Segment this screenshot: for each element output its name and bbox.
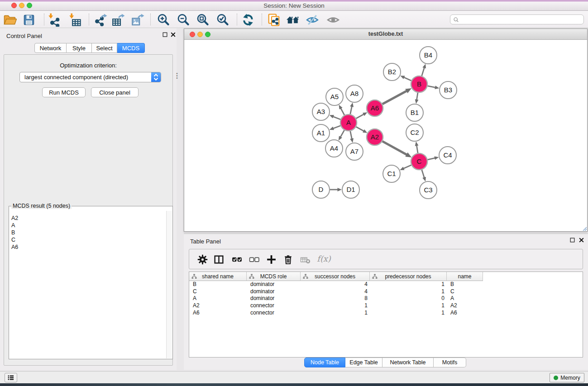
table-row[interactable]: Cdominator41C — [189, 288, 583, 295]
cell-shared-name[interactable]: B — [189, 281, 247, 288]
cell-name[interactable]: C — [447, 288, 483, 295]
cell-predecessor-nodes[interactable]: 1 — [370, 281, 447, 288]
graph-edge-B-B1[interactable] — [416, 93, 418, 100]
close-table-panel-icon[interactable] — [578, 237, 584, 243]
cell-successor-nodes[interactable]: 1 — [301, 310, 370, 317]
mcds-result-item[interactable]: A6 — [11, 243, 166, 251]
cell-MCDS-role[interactable]: connector — [247, 302, 301, 310]
cell-predecessor-nodes[interactable]: 1 — [370, 302, 447, 310]
search-input[interactable] — [461, 15, 581, 24]
hide-panel-icon[interactable] — [306, 13, 319, 27]
zoom-out-icon[interactable] — [177, 13, 190, 27]
tab-node-table[interactable]: Node Table — [304, 357, 345, 367]
search-box[interactable] — [450, 14, 584, 24]
cell-MCDS-role[interactable]: dominator — [247, 295, 301, 302]
mcds-result-list[interactable]: A2ABCA6 — [10, 211, 166, 358]
cell-name[interactable]: A6 — [447, 310, 483, 317]
column-header-name[interactable]: name — [447, 272, 483, 281]
delete-columns-icon[interactable] — [282, 254, 294, 265]
mcds-result-item[interactable]: A2 — [11, 214, 166, 222]
mcds-result-item[interactable]: C — [11, 236, 166, 243]
open-session-icon[interactable] — [3, 13, 17, 27]
tab-select[interactable]: Select — [92, 43, 117, 53]
column-header-successor-nodes[interactable]: successor nodes — [301, 272, 370, 281]
table-row[interactable]: A2connector11A2 — [189, 302, 583, 310]
zoom-fit-icon[interactable] — [196, 13, 210, 27]
split-columns-icon[interactable] — [213, 254, 225, 265]
tab-edge-table[interactable]: Edge Table — [345, 357, 382, 367]
graph-edge-C-C4[interactable] — [428, 158, 435, 160]
table-row[interactable]: Bdominator41B — [189, 281, 583, 288]
graph-edge-B-B3[interactable] — [428, 86, 435, 88]
window-resize-grip[interactable] — [582, 226, 587, 231]
column-header-predecessor-nodes[interactable]: predecessor nodes — [370, 272, 447, 281]
graph-edge-A-A6[interactable] — [356, 114, 364, 119]
cell-shared-name[interactable]: A6 — [189, 310, 247, 317]
criterion-dropdown[interactable]: largest connected component (directed) — [19, 72, 161, 82]
network-graph-canvas[interactable]: B4B2BB3B1A5A8A6A3AA1A2A4A7C2C4CC1C3DD1 — [184, 40, 587, 231]
graph-edge-A-A7[interactable] — [350, 131, 352, 139]
close-panel-icon[interactable] — [170, 32, 176, 38]
zoom-selected-icon[interactable] — [216, 13, 229, 27]
cell-successor-nodes[interactable]: 1 — [301, 302, 370, 310]
graph-edge-A-A1[interactable] — [333, 126, 341, 129]
network-window-titlebar[interactable]: testGlobe.txt — [184, 29, 587, 40]
graph-edge-C-C1[interactable] — [403, 165, 411, 169]
tab-motifs[interactable]: Motifs — [434, 357, 466, 367]
graph-edge-A-A8[interactable] — [350, 106, 352, 114]
graph-edge-A2-C[interactable] — [382, 141, 407, 155]
graph-edge-A-A5[interactable] — [341, 108, 344, 115]
cell-name[interactable]: A — [447, 295, 483, 302]
task-list-button[interactable] — [5, 373, 17, 382]
cell-predecessor-nodes[interactable]: 1 — [370, 288, 447, 295]
export-network-icon[interactable] — [94, 13, 107, 27]
select-all-checkboxes-icon[interactable] — [231, 254, 243, 265]
table-row[interactable]: Adominator80A — [189, 295, 583, 302]
cell-successor-nodes[interactable]: 4 — [301, 281, 370, 288]
cell-shared-name[interactable]: A2 — [189, 302, 247, 310]
import-network-icon[interactable] — [48, 13, 62, 27]
clone-network-icon[interactable] — [267, 13, 281, 27]
float-table-panel-icon[interactable] — [569, 237, 575, 243]
cell-successor-nodes[interactable]: 4 — [301, 288, 370, 295]
cell-predecessor-nodes[interactable]: 1 — [370, 310, 447, 317]
export-table-icon[interactable] — [111, 13, 125, 27]
table-row[interactable]: A6connector11A6 — [189, 310, 583, 317]
mcds-result-item[interactable]: B — [11, 229, 166, 236]
tab-mcds[interactable]: MCDS — [117, 43, 145, 53]
tab-network-table[interactable]: Network Table — [382, 357, 434, 367]
table-settings-icon[interactable] — [197, 254, 208, 265]
memory-button[interactable]: Memory — [550, 373, 584, 382]
zoom-in-icon[interactable] — [157, 13, 170, 27]
graph-edge-A-A3[interactable] — [333, 116, 341, 119]
show-panel-icon[interactable] — [326, 13, 340, 27]
cell-name[interactable]: A2 — [447, 302, 483, 310]
function-builder-icon[interactable]: f(x) — [316, 253, 332, 264]
home-layout-icon[interactable] — [286, 13, 300, 27]
close-panel-button[interactable]: Close panel — [91, 87, 139, 97]
cell-shared-name[interactable]: C — [189, 288, 247, 295]
graph-edge-B-B2[interactable] — [404, 77, 411, 81]
cell-MCDS-role[interactable]: dominator — [247, 288, 301, 295]
tab-style[interactable]: Style — [67, 43, 92, 53]
cell-MCDS-role[interactable]: dominator — [247, 281, 301, 288]
refresh-view-icon[interactable] — [241, 13, 255, 27]
mcds-result-item[interactable]: A — [11, 222, 166, 229]
graph-edge-B-B4[interactable] — [422, 67, 425, 76]
graph-edge-C-C3[interactable] — [422, 170, 425, 178]
graph-edge-A6-B[interactable] — [382, 91, 407, 104]
run-mcds-button[interactable]: Run MCDS — [42, 87, 86, 97]
cell-shared-name[interactable]: A — [189, 295, 247, 302]
graph-edge-A-A4[interactable] — [340, 130, 344, 138]
add-column-icon[interactable] — [266, 254, 277, 265]
clear-checkboxes-icon[interactable] — [249, 254, 260, 265]
cell-MCDS-role[interactable]: connector — [247, 310, 301, 317]
cell-name[interactable]: B — [447, 281, 483, 288]
column-header-shared-name[interactable]: shared name — [189, 272, 247, 281]
cell-successor-nodes[interactable]: 8 — [301, 295, 370, 302]
cell-predecessor-nodes[interactable]: 0 — [370, 295, 447, 302]
graph-edge-C-C2[interactable] — [416, 145, 418, 153]
mcds-result-scrollbar[interactable] — [166, 211, 172, 358]
save-session-icon[interactable] — [22, 13, 36, 27]
float-panel-icon[interactable] — [162, 32, 168, 38]
